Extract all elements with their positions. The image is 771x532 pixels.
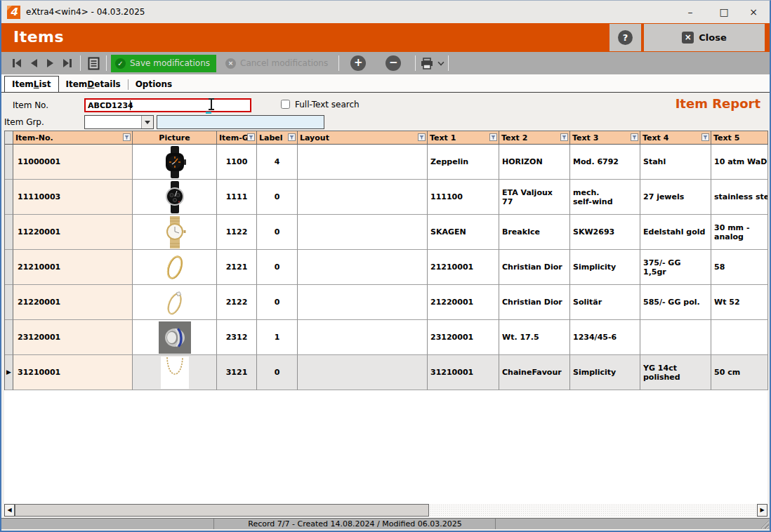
- nav-previous-record-button[interactable]: [25, 55, 42, 72]
- cell-text4[interactable]: 27 jewels: [640, 180, 711, 215]
- tab-options[interactable]: Options: [128, 76, 180, 92]
- cell-text4[interactable]: [640, 320, 711, 355]
- cell-text5[interactable]: stainless ste: [711, 180, 768, 215]
- cell-text4[interactable]: Edelstahl gold: [640, 215, 711, 250]
- cell-text4[interactable]: YG 14ct polished: [640, 355, 711, 390]
- minimize-button[interactable]: –: [674, 1, 706, 23]
- row-selector[interactable]: [5, 215, 13, 250]
- nav-next-record-button[interactable]: [42, 55, 59, 72]
- cell-text3[interactable]: Solitär: [570, 285, 640, 320]
- cell-item-grp[interactable]: 2121: [217, 250, 257, 285]
- scroll-right-button[interactable]: ▶: [757, 504, 767, 517]
- cell-text2[interactable]: Wt. 17.5: [499, 320, 570, 355]
- cell-item-grp[interactable]: 1122: [217, 215, 257, 250]
- cell-text3[interactable]: Simplicity: [570, 250, 640, 285]
- scroll-left-button[interactable]: ◀: [4, 504, 15, 517]
- cell-picture[interactable]: [133, 355, 217, 390]
- cell-text5[interactable]: 10 atm WaDi: [711, 145, 768, 180]
- row-selector[interactable]: [5, 285, 13, 320]
- cell-picture[interactable]: [133, 250, 217, 285]
- close-button[interactable]: × Close: [644, 24, 765, 51]
- cell-text3[interactable]: 1234/45-6: [570, 320, 640, 355]
- cell-text2[interactable]: Christian Dior: [499, 285, 570, 320]
- column-header-label[interactable]: Label: [257, 131, 298, 145]
- cell-text4[interactable]: Stahl: [640, 145, 711, 180]
- cell-layout[interactable]: [298, 180, 428, 215]
- cell-item-no[interactable]: 23120001: [13, 320, 133, 355]
- delete-record-button[interactable]: −: [386, 55, 401, 71]
- cell-text5[interactable]: [711, 320, 768, 355]
- cell-text2[interactable]: BreakIce: [499, 215, 570, 250]
- tab-item-details[interactable]: Item Details: [59, 76, 128, 92]
- row-selector[interactable]: [5, 180, 13, 215]
- cell-picture[interactable]: [133, 180, 217, 215]
- cell-label[interactable]: 0: [257, 215, 298, 250]
- cell-text1[interactable]: 23120001: [428, 320, 499, 355]
- cell-item-no[interactable]: 11110003: [13, 180, 133, 215]
- filter-icon[interactable]: [123, 133, 131, 141]
- cell-item-no[interactable]: 21220001: [13, 285, 133, 320]
- column-header-text2[interactable]: Text 2: [499, 131, 570, 145]
- tab-item-list[interactable]: Item List: [4, 76, 59, 92]
- cell-text2[interactable]: ChaineFavour: [499, 355, 570, 390]
- cell-layout[interactable]: [298, 145, 428, 180]
- cell-item-no[interactable]: 11220001: [13, 215, 133, 250]
- save-modifications-button[interactable]: ✓ Save modifications: [111, 55, 216, 72]
- cell-text4[interactable]: 375/- GG 1,5gr: [640, 250, 711, 285]
- record-list-button[interactable]: [85, 55, 102, 72]
- maximize-button[interactable]: □: [708, 1, 740, 23]
- row-selector-current[interactable]: ▶: [5, 355, 13, 390]
- column-header-text1[interactable]: Text 1: [428, 131, 499, 145]
- cell-text3[interactable]: Mod. 6792: [570, 145, 640, 180]
- cell-item-grp[interactable]: 2312: [217, 320, 257, 355]
- cell-layout[interactable]: [298, 215, 428, 250]
- cell-text1[interactable]: 31210001: [428, 355, 499, 390]
- cell-layout[interactable]: [298, 250, 428, 285]
- cell-text1[interactable]: Zeppelin: [428, 145, 499, 180]
- filter-icon[interactable]: [631, 133, 638, 141]
- cell-label[interactable]: 0: [257, 285, 298, 320]
- print-button[interactable]: [420, 55, 444, 72]
- cell-picture[interactable]: [133, 215, 217, 250]
- cell-item-no[interactable]: 31210001: [13, 355, 133, 390]
- scrollbar-thumb[interactable]: [15, 504, 429, 517]
- window-close-button[interactable]: ×: [737, 1, 770, 23]
- cell-item-no[interactable]: 11000001: [13, 145, 133, 180]
- filter-icon[interactable]: [288, 133, 296, 141]
- horizontal-scrollbar[interactable]: ◀ ▶: [4, 504, 767, 517]
- cell-layout[interactable]: [298, 320, 428, 355]
- nav-last-record-button[interactable]: [59, 55, 76, 72]
- cell-picture[interactable]: [133, 285, 217, 320]
- cell-item-no[interactable]: 21210001: [13, 250, 133, 285]
- filter-icon[interactable]: [418, 133, 426, 141]
- dropdown-arrow-button[interactable]: [141, 116, 153, 128]
- add-record-button[interactable]: +: [350, 55, 366, 71]
- item-grp-dropdown[interactable]: [84, 115, 154, 129]
- cell-text4[interactable]: 585/- GG pol.: [640, 285, 711, 320]
- cell-text1[interactable]: 21210001: [428, 250, 499, 285]
- cell-label[interactable]: 0: [257, 355, 298, 390]
- column-header-item-grp[interactable]: Item-G: [217, 131, 257, 145]
- cell-text5[interactable]: 50 cm: [711, 355, 768, 390]
- cancel-modifications-button[interactable]: × Cancel modifications: [221, 55, 334, 72]
- cell-text5[interactable]: 30 mm - analog: [711, 215, 768, 250]
- cell-text5[interactable]: Wt 52: [711, 285, 768, 320]
- cell-label[interactable]: 1: [257, 320, 298, 355]
- column-header-text3[interactable]: Text 3: [570, 131, 640, 145]
- cell-text3[interactable]: Simplicity: [570, 355, 640, 390]
- cell-label[interactable]: 0: [257, 180, 298, 215]
- cell-text1[interactable]: SKAGEN: [428, 215, 499, 250]
- cell-text3[interactable]: mech. self-wind: [570, 180, 640, 215]
- cell-layout[interactable]: [298, 285, 428, 320]
- cell-text2[interactable]: HORIZON: [499, 145, 570, 180]
- row-selector[interactable]: [5, 320, 13, 355]
- nav-first-record-button[interactable]: [8, 55, 25, 72]
- filter-icon[interactable]: [560, 133, 568, 141]
- item-no-input[interactable]: [84, 98, 251, 112]
- filter-icon[interactable]: [247, 133, 255, 141]
- cell-item-grp[interactable]: 2122: [217, 285, 257, 320]
- help-button[interactable]: ?: [609, 24, 641, 51]
- cell-item-grp[interactable]: 3121: [217, 355, 257, 390]
- cell-text2[interactable]: Christian Dior: [499, 250, 570, 285]
- cell-text1[interactable]: 111100: [428, 180, 499, 215]
